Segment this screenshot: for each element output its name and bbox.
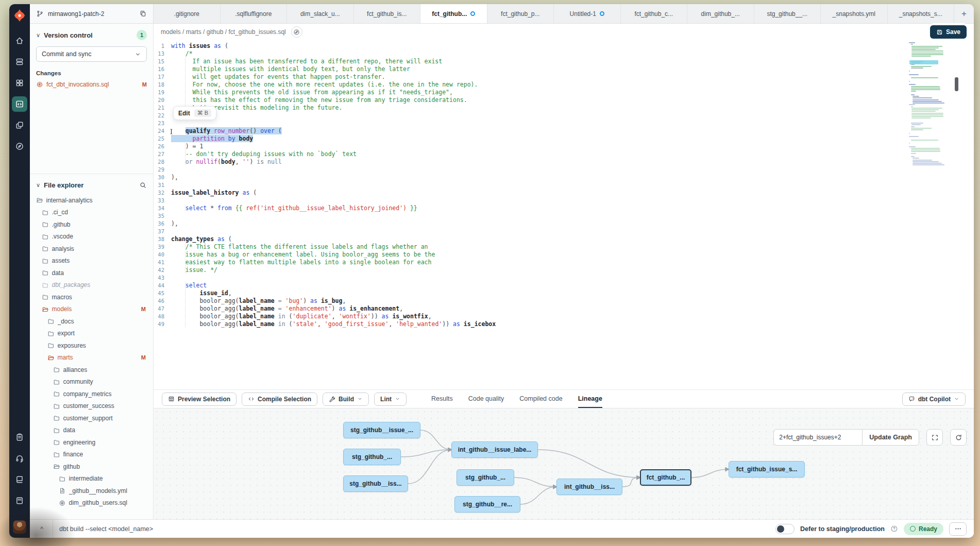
code-line[interactable]: 17 will get updates for events that happ…: [154, 73, 974, 80]
code-line[interactable]: 45 issue_id,: [154, 289, 974, 297]
tree-item-engineering[interactable]: engineering: [30, 436, 153, 449]
editor-scrollbar[interactable]: [955, 77, 958, 91]
tree-item-models[interactable]: modelsM: [30, 303, 153, 316]
command-input[interactable]: dbt build --select <model_name>: [59, 525, 153, 533]
tree-item-dbt_packages[interactable]: dbt_packages: [30, 279, 153, 292]
rail-item-home[interactable]: [12, 33, 27, 48]
code-line[interactable]: 15 If an issue has been transferred to a…: [154, 57, 974, 65]
code-line[interactable]: 48 boolor_agg(label_name in ('duplicate'…: [154, 312, 974, 320]
code-line[interactable]: 44 select: [154, 281, 974, 289]
tree-item-alliances[interactable]: alliances: [30, 364, 153, 376]
rail-item-grid[interactable]: [12, 75, 27, 91]
refresh-graph-button[interactable]: [950, 429, 967, 446]
tree-item-_github__models.yml[interactable]: _github__models.yml: [30, 485, 153, 497]
file-tab[interactable]: fct_github_c...: [621, 4, 688, 23]
tree-item-finance[interactable]: finance: [30, 449, 153, 461]
rail-item-clipboard[interactable]: [12, 430, 27, 445]
file-tab[interactable]: stg_github__...: [754, 4, 821, 23]
lineage-node[interactable]: stg_github_...: [457, 469, 514, 486]
commit-and-sync-select[interactable]: Commit and sync: [36, 46, 147, 62]
code-line[interactable]: 21 Let's revisit this modeling in the fu…: [154, 104, 974, 111]
code-line[interactable]: 20 this has the effect of removing the n…: [154, 96, 974, 104]
rail-item-headset[interactable]: [12, 451, 27, 466]
save-button[interactable]: Save: [930, 25, 967, 39]
file-tab[interactable]: dim_slack_u...: [287, 4, 354, 23]
code-line[interactable]: 29: [154, 165, 974, 173]
tree-item-customer_support[interactable]: customer_support: [30, 412, 153, 424]
rail-item-archive[interactable]: [12, 54, 27, 70]
code-line[interactable]: 39 /* This CTE flattens the different is…: [154, 243, 974, 250]
code-line[interactable]: 37: [154, 227, 974, 235]
branch-selector[interactable]: mirnawong1-patch-2: [30, 4, 154, 23]
tree-item-exposures[interactable]: exposures: [30, 339, 153, 352]
fullscreen-button[interactable]: [926, 429, 943, 446]
tree-item-internal-analytics[interactable]: internal-analytics: [30, 194, 153, 207]
tab-compiled-code[interactable]: Compiled code: [519, 390, 562, 408]
search-icon[interactable]: [139, 181, 147, 189]
lineage-node[interactable]: stg_github_...: [343, 449, 401, 465]
tree-item-dim_github_users.sql[interactable]: dim_github_users.sql: [30, 497, 153, 509]
edit-docs-icon[interactable]: [291, 26, 302, 38]
tree-item-assets[interactable]: assets: [30, 255, 153, 267]
code-line[interactable]: 16 multiple issues with identical body t…: [154, 65, 974, 73]
code-line[interactable]: 22: [154, 111, 974, 119]
chevron-down-icon[interactable]: ∨: [36, 32, 40, 39]
chevron-down-icon[interactable]: ∨: [36, 182, 40, 189]
code-line[interactable]: 13 /*: [154, 49, 974, 57]
expand-command-bar-button[interactable]: ^: [37, 525, 46, 533]
tree-item-data[interactable]: data: [30, 267, 153, 279]
tree-item-export[interactable]: export: [30, 328, 153, 340]
help-icon[interactable]: [890, 525, 898, 533]
rail-item-book[interactable]: [12, 472, 27, 487]
more-options-button[interactable]: [949, 522, 967, 536]
rail-item-windows[interactable]: [12, 117, 27, 133]
code-line[interactable]: 24 qualify row_number() over (: [154, 127, 974, 134]
code-line[interactable]: 38change_types as (: [154, 235, 974, 243]
file-tab[interactable]: dim_github_...: [687, 4, 754, 23]
compile-selection-button[interactable]: Compile Selection: [242, 393, 317, 406]
lineage-selector-input[interactable]: [773, 429, 862, 446]
file-tab[interactable]: _snapshots.yml: [821, 4, 888, 23]
tree-item-community[interactable]: community: [30, 376, 153, 388]
build-button[interactable]: Build: [323, 393, 369, 406]
tree-item-.vscode[interactable]: .vscode: [30, 231, 153, 243]
tree-item-intermediate[interactable]: intermediate: [30, 473, 153, 485]
code-line[interactable]: 1with issues as (: [154, 42, 974, 49]
file-tab[interactable]: _snapshots_s...: [888, 4, 955, 23]
lineage-node[interactable]: stg_github__issue_...: [343, 422, 420, 438]
copy-branch-icon[interactable]: [139, 10, 147, 18]
code-line[interactable]: 19 While this prevents the old issue fro…: [154, 88, 974, 96]
tree-item-.ci_cd[interactable]: .ci_cd: [30, 207, 153, 219]
code-line[interactable]: 28 or nullif(body, '') is null: [154, 158, 974, 165]
file-tab[interactable]: fct_github_p...: [487, 4, 554, 23]
tab-lineage[interactable]: Lineage: [578, 390, 602, 408]
tree-item-.github[interactable]: .github: [30, 218, 153, 231]
code-line[interactable]: 40 issue has a bug or enhancement label.…: [154, 250, 974, 258]
code-line[interactable]: 23: [154, 119, 974, 127]
code-line[interactable]: 36),: [154, 219, 974, 227]
code-line[interactable]: 34 select * from {{ ref('int_github__iss…: [154, 204, 974, 212]
code-line[interactable]: 43: [154, 274, 974, 281]
file-tab[interactable]: fct_github...: [420, 4, 487, 23]
lineage-node[interactable]: stg_github__iss...: [343, 475, 408, 492]
rail-item-compass[interactable]: [12, 139, 27, 154]
lint-button[interactable]: Lint: [374, 393, 407, 406]
update-graph-button[interactable]: Update Graph: [862, 429, 919, 446]
code-line[interactable]: 42 issue. */: [154, 266, 974, 274]
code-line[interactable]: 35: [154, 212, 974, 219]
code-line[interactable]: 33: [154, 196, 974, 204]
user-avatar[interactable]: [13, 520, 26, 534]
file-tab[interactable]: fct_github_is...: [354, 4, 421, 23]
tree-item-marts[interactable]: martsM: [30, 352, 153, 364]
changed-file-row[interactable]: fct_dbt_invocations.sqlM: [36, 81, 147, 88]
tree-item-customer_success[interactable]: customer_success: [30, 400, 153, 413]
new-tab-button[interactable]: +: [954, 4, 974, 23]
tree-item-_docs[interactable]: _docs: [30, 315, 153, 328]
defer-toggle[interactable]: [775, 524, 795, 534]
dbt-copilot-button[interactable]: dbt Copilot: [902, 393, 966, 406]
file-tab[interactable]: .sqlfluffignore: [221, 4, 288, 23]
edit-tooltip-label[interactable]: Edit: [178, 110, 190, 117]
code-line[interactable]: 30),: [154, 173, 974, 181]
code-line[interactable]: 41 easiest way to flatten multiple label…: [154, 258, 974, 266]
tree-item-company_metrics[interactable]: company_metrics: [30, 388, 153, 400]
